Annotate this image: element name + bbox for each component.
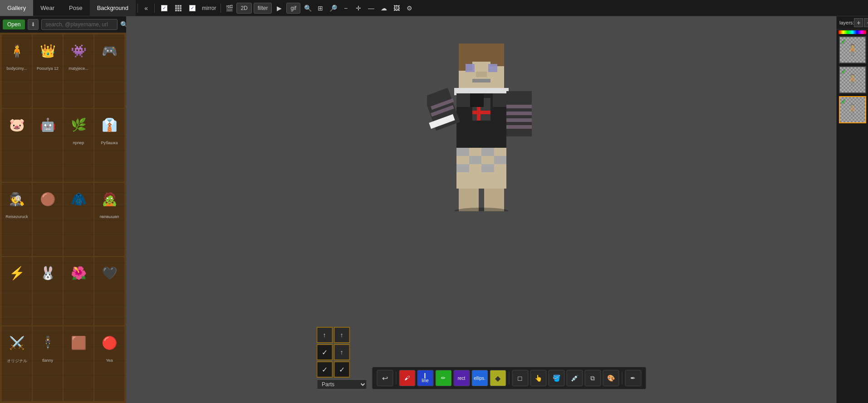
grid-view-icon[interactable] [172, 2, 185, 15]
select-tool[interactable]: ◆ [490, 370, 506, 386]
list-item[interactable]: 🕴️ tlanny [33, 326, 63, 401]
layers-title: layers: [839, 20, 854, 25]
list-item[interactable]: 🐷 [2, 109, 32, 182]
zoom-in-icon[interactable]: 🔎 [327, 2, 339, 15]
list-item[interactable]: 🌿 прпер [64, 109, 93, 182]
dropper-tool[interactable]: 💉 [566, 370, 583, 386]
smudge-tool[interactable]: 👆 [530, 370, 546, 386]
list-item[interactable]: ⚔️ オリジナル [2, 326, 32, 401]
list-item[interactable]: 🕵️ Reisezuruck [2, 183, 32, 256]
part-btn-check2[interactable]: ↑ [333, 344, 350, 360]
collapse-panel-icon[interactable]: « [140, 2, 152, 15]
list-item[interactable]: 🟫 [64, 326, 93, 401]
parts-dropdown[interactable]: Parts Head Body Arms Legs [317, 379, 367, 389]
list-item[interactable]: 👑 Poouriya 12 [33, 34, 63, 108]
filter-button[interactable]: filter [254, 3, 272, 14]
layer-controls: + − = [854, 18, 868, 27]
part-btn-head-up[interactable]: ↑ [316, 327, 333, 343]
sidebar-header: Open ⬇ 🔍 [0, 16, 126, 33]
part-btn-check1[interactable]: ✓ [316, 344, 333, 360]
layers-tool[interactable]: ⧉ [584, 370, 601, 386]
layers-panel: layers: + − = ✓ 🧍 ✓ 🧍 ✓ 🧍 [836, 16, 868, 403]
viewport[interactable]: ↑ ↑ ✓ ↑ ✓ ✓ Parts Head Body Arms [126, 16, 836, 403]
list-item[interactable]: 🖤 [94, 257, 124, 326]
bottom-panel: ↑ ↑ ✓ ↑ ✓ ✓ Parts Head Body Arms [316, 327, 646, 389]
part-btn-head-up2[interactable]: ↑ [333, 327, 350, 343]
list-item[interactable]: 🔴 Yea [94, 326, 124, 401]
main-area: Open ⬇ 🔍 🧍 bodycimy... 👑 Poouriya 12 👾 m… [0, 16, 868, 403]
svg-rect-29 [481, 148, 494, 156]
svg-rect-13 [456, 93, 470, 107]
svg-rect-37 [481, 164, 494, 172]
download-button[interactable]: ⬇ [28, 19, 39, 30]
line-tool[interactable]: line [417, 370, 433, 386]
mirror-checkbox[interactable]: ✓ [186, 2, 199, 15]
gif-button[interactable]: gif [286, 3, 300, 14]
tab-background[interactable]: Background [90, 0, 136, 16]
add-layer-button[interactable]: + [854, 18, 863, 27]
svg-rect-35 [456, 164, 469, 172]
rect-tool[interactable]: rect [453, 370, 470, 386]
play-icon[interactable]: ▶ [273, 2, 285, 15]
zoom-fit-icon[interactable]: ⊞ [314, 2, 327, 15]
toolbar-section-grid: ✓ [157, 2, 186, 15]
eraser-tool[interactable]: ◻ [512, 370, 528, 386]
tool-separator [396, 372, 396, 384]
list-item[interactable]: ⚡ [2, 257, 32, 326]
color-gradient-bar[interactable] [839, 30, 866, 34]
crosshair-icon[interactable]: ✛ [352, 2, 365, 15]
list-item[interactable]: 🐰 [33, 257, 63, 326]
parts-selector: ↑ ↑ ✓ ↑ ✓ ✓ Parts Head Body Arms [316, 327, 367, 389]
remove-layer-button[interactable]: − [864, 18, 868, 27]
svg-rect-25 [506, 125, 532, 129]
skin-grid: 🧍 bodycimy... 👑 Poouriya 12 👾 matyjece..… [0, 33, 126, 403]
svg-rect-30 [494, 148, 506, 156]
layer-item-active[interactable]: ✓ 🧍 [839, 96, 866, 123]
svg-rect-31 [456, 156, 469, 164]
tool-separator-2 [509, 372, 509, 384]
undo-button[interactable]: ↩ [377, 370, 393, 386]
list-item[interactable]: 👔 Рубашка [94, 109, 124, 182]
pencil-tool[interactable]: ✏ [435, 370, 451, 386]
tool-bar: ↩ 🖌 line ✏ rect [372, 367, 646, 389]
nav-divider-2 [154, 4, 155, 13]
svg-rect-14 [470, 93, 484, 107]
tab-pose[interactable]: Pose [62, 0, 90, 16]
ellipse-tool[interactable]: ellips. [471, 370, 488, 386]
pen-tool[interactable]: ✒ [625, 370, 641, 386]
part-btn-empty1 [351, 327, 367, 343]
2d-mode-button[interactable]: 2D [236, 3, 251, 14]
layer-item[interactable]: ✓ 🧍 [839, 36, 866, 63]
svg-rect-34 [494, 156, 506, 164]
svg-rect-4 [466, 64, 475, 72]
mirror-label: mirror [199, 5, 219, 11]
minus-icon: − [339, 2, 352, 15]
fill-tool[interactable]: 🪣 [548, 370, 564, 386]
list-item[interactable]: 🧍 bodycimy... [2, 34, 32, 108]
zoom-out-icon[interactable]: 🔍 [301, 2, 314, 15]
palette-tool[interactable]: 🎨 [603, 370, 619, 386]
cloud-icon[interactable]: ☁ [378, 2, 390, 15]
part-btn-down2[interactable]: ✓ [333, 361, 350, 378]
animation-icon[interactable]: 🎬 [223, 2, 235, 15]
layer-item[interactable]: ✓ 🧍 [839, 66, 866, 93]
list-item[interactable]: 🤖 [33, 109, 63, 182]
search-input[interactable] [41, 19, 118, 30]
svg-rect-12 [472, 111, 490, 114]
part-btn-down1[interactable]: ✓ [316, 361, 333, 378]
list-item[interactable]: 👾 matyjece... [64, 34, 93, 108]
nav-divider-3 [221, 4, 221, 13]
list-item[interactable]: 🧟 пвпвышвп [94, 183, 124, 256]
checkbox-icon[interactable]: ✓ [158, 2, 171, 15]
settings-icon[interactable]: ⚙ [403, 2, 416, 15]
list-item[interactable]: 🧥 [64, 183, 93, 256]
list-item[interactable]: 🟤 [33, 183, 63, 256]
tab-gallery[interactable]: Gallery [0, 0, 33, 16]
open-button[interactable]: Open [3, 19, 25, 29]
brush-tool[interactable]: 🖌 [399, 370, 415, 386]
list-item[interactable]: 🎮 [94, 34, 124, 108]
list-item[interactable]: 🌺 [64, 257, 93, 326]
tab-wear[interactable]: Wear [33, 0, 62, 16]
image-icon[interactable]: 🖼 [390, 2, 403, 15]
svg-rect-24 [506, 118, 532, 122]
